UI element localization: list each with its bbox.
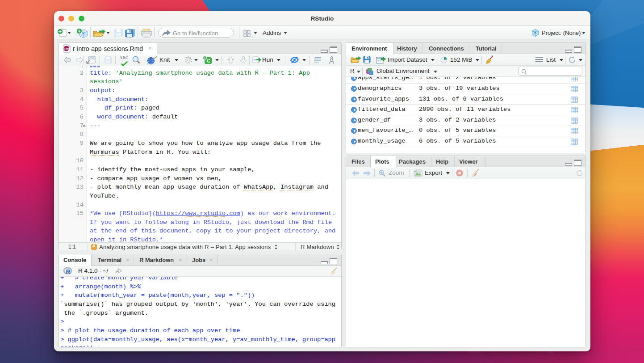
svg-text:R: R	[66, 268, 71, 275]
svg-text:Rmd: Rmd	[64, 47, 70, 50]
svg-text:R: R	[534, 30, 537, 34]
svg-text:R: R	[82, 31, 85, 35]
svg-text:C: C	[207, 58, 210, 63]
